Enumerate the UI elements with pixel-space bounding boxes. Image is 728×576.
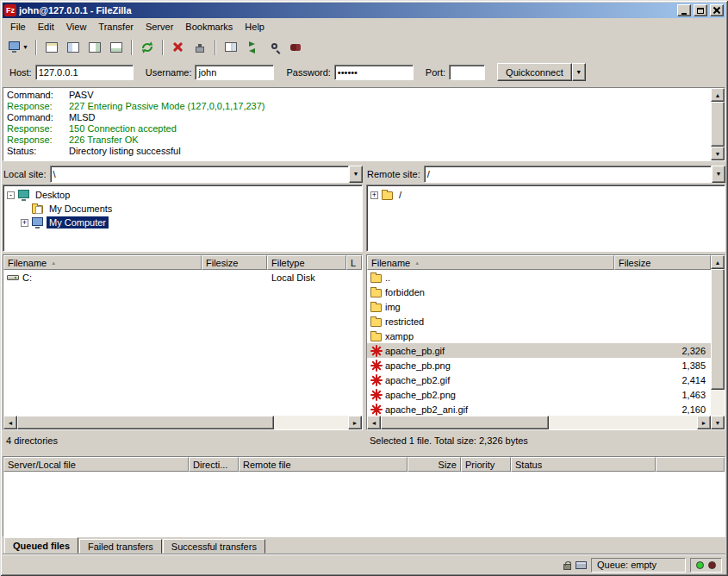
quickconnect-dropdown-button[interactable]: ▼ <box>572 63 586 81</box>
column-header-priority[interactable]: Priority <box>461 457 511 472</box>
column-header-server-local-file[interactable]: Server/Local file <box>3 457 189 472</box>
tree-item-root[interactable]: + / <box>369 188 723 202</box>
file-row-apache-pb2-ani-gif[interactable]: apache_pb2_ani.gif 2,160 <box>367 402 711 416</box>
download-activity-led <box>696 561 704 569</box>
column-header-direction[interactable]: Directi... <box>189 457 239 472</box>
directory-comparison-icon <box>225 42 237 52</box>
username-input[interactable] <box>195 65 274 80</box>
remote-site-value[interactable]: / <box>424 166 712 183</box>
port-input[interactable] <box>449 65 485 80</box>
sort-ascending-icon: ▲ <box>51 260 56 266</box>
site-manager-button[interactable]: ▼ <box>6 37 31 58</box>
scroll-down-button[interactable]: ▼ <box>711 416 725 429</box>
broken-image-icon <box>370 345 383 357</box>
local-site-value[interactable]: \ <box>50 166 349 183</box>
collapse-icon[interactable]: - <box>7 191 15 199</box>
queue-body[interactable] <box>3 472 725 536</box>
maximize-button[interactable] <box>694 4 707 16</box>
file-row-apache-pb-png[interactable]: apache_pb.png 1,385 <box>367 358 711 373</box>
menu-view[interactable]: View <box>60 20 93 34</box>
menu-bookmarks[interactable]: Bookmarks <box>179 20 239 34</box>
tab-queued-files[interactable]: Queued files <box>4 537 78 554</box>
tab-successful-transfers[interactable]: Successful transfers <box>163 539 265 554</box>
remote-horizontal-scrollbar[interactable]: ◄ ► <box>367 416 711 429</box>
scrollbar-thumb[interactable] <box>17 416 274 429</box>
toggle-message-log-button[interactable] <box>41 37 62 58</box>
expand-icon[interactable]: + <box>370 191 378 199</box>
menu-transfer[interactable]: Transfer <box>92 20 140 34</box>
column-header-status[interactable]: Status <box>511 457 656 472</box>
local-horizontal-scrollbar[interactable]: ◄ ► <box>3 416 362 429</box>
filter-button[interactable] <box>285 37 306 58</box>
scroll-right-button[interactable]: ► <box>348 416 362 429</box>
tree-item-my-computer[interactable]: + My Computer <box>5 216 360 229</box>
file-row-parent-dir[interactable]: .. <box>367 270 711 285</box>
chevron-down-icon[interactable]: ▼ <box>349 166 363 183</box>
password-input[interactable] <box>334 65 414 80</box>
column-header-remote-file[interactable]: Remote file <box>239 457 408 472</box>
file-row-img[interactable]: img <box>367 299 711 314</box>
scroll-right-button[interactable]: ► <box>697 416 711 429</box>
file-row-apache-pb2-gif[interactable]: apache_pb2.gif 2,414 <box>367 373 711 387</box>
remote-vertical-scrollbar[interactable]: ▲ ▼ <box>711 255 725 429</box>
titlebar[interactable]: Fz john@127.0.0.1 - FileZilla <box>3 3 725 18</box>
file-row-apache-pb2-png[interactable]: apache_pb2.png 1,463 <box>367 387 711 402</box>
my-computer-icon <box>32 217 43 226</box>
column-header-last-modified[interactable]: L <box>346 255 362 270</box>
minimize-button[interactable] <box>677 4 691 16</box>
local-site-combo[interactable]: \ ▼ <box>50 166 363 183</box>
tree-item-desktop[interactable]: - Desktop <box>5 188 360 202</box>
disconnect-button[interactable] <box>190 37 210 58</box>
scrollbar-thumb[interactable] <box>711 269 725 390</box>
port-label: Port: <box>426 67 445 78</box>
file-row-c-drive[interactable]: C: Local Disk <box>3 270 362 285</box>
log-line: Status:Directory listing successful <box>7 146 707 157</box>
scroll-down-button[interactable]: ▼ <box>711 147 725 160</box>
window-title: john@127.0.0.1 - FileZilla <box>19 5 675 16</box>
scroll-left-button[interactable]: ◄ <box>3 416 17 429</box>
toggle-remote-tree-button[interactable] <box>84 37 105 58</box>
find-files-button[interactable] <box>264 37 284 58</box>
refresh-button[interactable] <box>137 37 158 58</box>
message-log: Command:PASV Response:227 Entering Passi… <box>3 87 725 161</box>
scroll-up-button[interactable]: ▲ <box>711 88 725 102</box>
menu-file[interactable]: File <box>4 20 32 34</box>
cancel-button[interactable] <box>168 37 189 58</box>
column-header-size[interactable]: Size <box>408 457 461 472</box>
main-area: Command:PASV Response:227 Entering Passi… <box>3 85 725 554</box>
column-header-filetype[interactable]: Filetype <box>267 255 346 270</box>
expand-icon[interactable]: + <box>21 219 28 227</box>
column-header-filename[interactable]: Filename▲ <box>367 255 614 270</box>
file-row-apache-pb-gif[interactable]: apache_pb.gif 2,326 <box>367 343 711 358</box>
close-button[interactable] <box>710 4 724 16</box>
disconnect-icon <box>196 47 204 53</box>
scrollbar-thumb[interactable] <box>711 102 725 147</box>
log-scrollbar[interactable]: ▲ ▼ <box>711 88 725 160</box>
encryption-icon[interactable] <box>563 564 571 570</box>
tree-item-my-documents[interactable]: My Documents <box>5 202 360 216</box>
scroll-left-button[interactable]: ◄ <box>367 416 381 429</box>
log-line: Command:PASV <box>7 90 707 101</box>
menu-server[interactable]: Server <box>140 20 179 34</box>
toggle-queue-button[interactable] <box>106 37 127 58</box>
synchronized-browsing-button[interactable] <box>242 37 263 58</box>
file-row-restricted[interactable]: restricted <box>367 314 711 329</box>
scrollbar-thumb[interactable] <box>381 416 549 429</box>
column-header-filename[interactable]: Filename▲ <box>3 255 202 270</box>
column-header-filesize[interactable]: Filesize <box>614 255 711 270</box>
remote-site-combo[interactable]: / ▼ <box>424 166 725 183</box>
toggle-local-tree-button[interactable] <box>63 37 84 58</box>
tab-failed-transfers[interactable]: Failed transfers <box>79 539 162 554</box>
directory-comparison-button[interactable] <box>221 37 241 58</box>
site-manager-icon <box>9 41 20 50</box>
menu-help[interactable]: Help <box>239 20 271 34</box>
column-header-filesize[interactable]: Filesize <box>202 255 267 270</box>
host-input[interactable] <box>35 65 134 80</box>
quickconnect-button[interactable]: Quickconnect <box>497 63 572 81</box>
scroll-up-button[interactable]: ▲ <box>711 255 725 269</box>
transfer-type-icon[interactable] <box>576 561 587 569</box>
file-row-forbidden[interactable]: forbidden <box>367 285 711 299</box>
chevron-down-icon[interactable]: ▼ <box>712 166 725 183</box>
file-row-xampp[interactable]: xampp <box>367 329 711 343</box>
menu-edit[interactable]: Edit <box>32 20 60 34</box>
